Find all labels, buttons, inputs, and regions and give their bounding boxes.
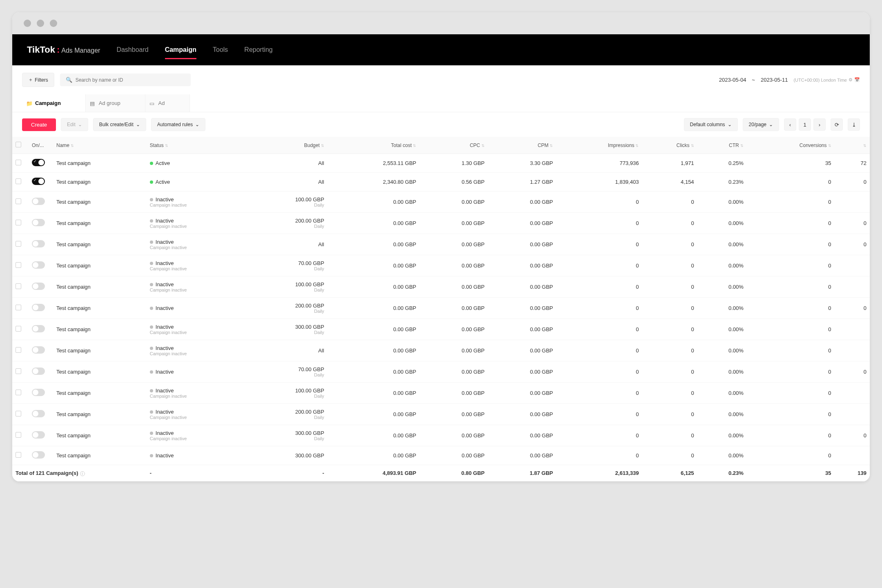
bulk-label: Bulk create/Edit bbox=[99, 122, 134, 127]
row-checkbox[interactable] bbox=[16, 347, 21, 353]
row-name[interactable]: Test campaign bbox=[53, 404, 147, 425]
row-name[interactable]: Test campaign bbox=[53, 319, 147, 340]
edit-button[interactable]: Edit ⌄ bbox=[61, 118, 88, 131]
nav-item-reporting[interactable]: Reporting bbox=[244, 36, 272, 64]
row-checkbox[interactable] bbox=[16, 198, 21, 204]
row-checkbox[interactable] bbox=[16, 241, 21, 247]
row-checkbox[interactable] bbox=[16, 390, 21, 395]
row-toggle[interactable] bbox=[32, 219, 45, 226]
row-toggle[interactable] bbox=[32, 304, 45, 311]
row-name[interactable]: Test campaign bbox=[53, 154, 147, 173]
date-from[interactable]: 2023-05-04 bbox=[719, 77, 746, 83]
row-ctr: 0.23% bbox=[697, 173, 747, 192]
col-conversions[interactable]: Conversions⇅ bbox=[747, 137, 835, 154]
row-name[interactable]: Test campaign bbox=[53, 255, 147, 276]
window-dot[interactable] bbox=[37, 20, 44, 27]
col-budget[interactable]: Budget⇅ bbox=[246, 137, 327, 154]
export-button[interactable]: ⤓ bbox=[848, 118, 860, 131]
col-total-cost[interactable]: Total cost⇅ bbox=[327, 137, 419, 154]
row-name[interactable]: Test campaign bbox=[53, 446, 147, 465]
nav-item-tools[interactable]: Tools bbox=[213, 36, 228, 64]
row-name[interactable]: Test campaign bbox=[53, 340, 147, 361]
row-name[interactable]: Test campaign bbox=[53, 192, 147, 213]
row-name[interactable]: Test campaign bbox=[53, 234, 147, 255]
row-name[interactable]: Test campaign bbox=[53, 213, 147, 234]
refresh-button[interactable]: ⟳ bbox=[831, 118, 843, 131]
tab-campaign[interactable]: 📁Campaign bbox=[22, 94, 86, 112]
row-checkbox[interactable] bbox=[16, 432, 21, 438]
col-status[interactable]: Status⇅ bbox=[147, 137, 246, 154]
row-imp: 0 bbox=[556, 404, 642, 425]
row-name[interactable]: Test campaign bbox=[53, 361, 147, 383]
row-toggle[interactable] bbox=[32, 431, 45, 439]
row-toggle[interactable] bbox=[32, 159, 45, 166]
row-checkbox[interactable] bbox=[16, 368, 21, 374]
row-toggle[interactable] bbox=[32, 178, 45, 185]
window-dot[interactable] bbox=[24, 20, 31, 27]
row-checkbox[interactable] bbox=[16, 326, 21, 332]
nav-item-dashboard[interactable]: Dashboard bbox=[116, 36, 148, 64]
totals-ctr: 0.23% bbox=[697, 465, 747, 481]
tab-ad[interactable]: ▭Ad bbox=[145, 94, 190, 112]
create-button[interactable]: Create bbox=[22, 118, 56, 131]
row-checkbox[interactable] bbox=[16, 283, 21, 289]
bulk-button[interactable]: Bulk create/Edit ⌄ bbox=[93, 118, 146, 131]
nav-item-campaign[interactable]: Campaign bbox=[165, 36, 196, 64]
date-to[interactable]: 2023-05-11 bbox=[761, 77, 788, 83]
row-name[interactable]: Test campaign bbox=[53, 298, 147, 319]
sort-icon: ⇅ bbox=[481, 144, 485, 148]
per-page-select[interactable]: 20/page ⌄ bbox=[743, 118, 779, 131]
row-ctr: 0.00% bbox=[697, 446, 747, 465]
row-toggle[interactable] bbox=[32, 325, 45, 332]
row-ext bbox=[835, 340, 870, 361]
row-name[interactable]: Test campaign bbox=[53, 276, 147, 298]
row-checkbox[interactable] bbox=[16, 262, 21, 268]
row-toggle[interactable] bbox=[32, 261, 45, 269]
row-cpm: 0.00 GBP bbox=[488, 425, 557, 446]
row-checkbox[interactable] bbox=[16, 178, 21, 184]
logo-subtitle: Ads Manager bbox=[61, 47, 100, 54]
row-toggle[interactable] bbox=[32, 389, 45, 396]
col-impressions[interactable]: Impressions⇅ bbox=[556, 137, 642, 154]
col-clicks[interactable]: Clicks⇅ bbox=[642, 137, 697, 154]
row-conv: 0 bbox=[747, 192, 835, 213]
col-ck[interactable] bbox=[12, 137, 29, 154]
col-on-[interactable]: On/... bbox=[29, 137, 53, 154]
col-name[interactable]: Name⇅ bbox=[53, 137, 147, 154]
row-ext bbox=[835, 446, 870, 465]
row-toggle[interactable] bbox=[32, 368, 45, 375]
col-cpm[interactable]: CPM⇅ bbox=[488, 137, 557, 154]
row-checkbox[interactable] bbox=[16, 160, 21, 165]
row-name[interactable]: Test campaign bbox=[53, 425, 147, 446]
row-checkbox[interactable] bbox=[16, 452, 21, 458]
row-toggle[interactable] bbox=[32, 346, 45, 354]
row-checkbox[interactable] bbox=[16, 305, 21, 310]
window-dot[interactable] bbox=[50, 20, 57, 27]
timezone-label[interactable]: (UTC+00:00) London Time ⚙ 📅 bbox=[793, 77, 860, 82]
page-number[interactable]: 1 bbox=[799, 118, 811, 131]
tab-ad-group[interactable]: ▤Ad group bbox=[86, 94, 145, 112]
next-page-button[interactable]: › bbox=[813, 118, 826, 131]
filters-button[interactable]: ＋ Filters bbox=[22, 73, 54, 87]
row-imp: 0 bbox=[556, 383, 642, 404]
row-toggle[interactable] bbox=[32, 198, 45, 205]
campaigns-table: On/...Name⇅Status⇅Budget⇅Total cost⇅CPC⇅… bbox=[12, 137, 870, 481]
row-toggle[interactable] bbox=[32, 410, 45, 417]
row-toggle[interactable] bbox=[32, 240, 45, 247]
columns-select[interactable]: Default columns ⌄ bbox=[684, 118, 738, 131]
row-toggle[interactable] bbox=[32, 283, 45, 290]
row-toggle[interactable] bbox=[32, 451, 45, 459]
search-box[interactable]: 🔍 bbox=[60, 74, 191, 86]
col-ck[interactable]: ⇅ bbox=[835, 137, 870, 154]
automated-rules-button[interactable]: Automated rules ⌄ bbox=[151, 118, 205, 131]
col-cpc[interactable]: CPC⇅ bbox=[419, 137, 488, 154]
col-ctr[interactable]: CTR⇅ bbox=[697, 137, 747, 154]
row-clk: 0 bbox=[642, 340, 697, 361]
row-name[interactable]: Test campaign bbox=[53, 173, 147, 192]
search-input[interactable] bbox=[76, 77, 185, 83]
prev-page-button[interactable]: ‹ bbox=[784, 118, 796, 131]
row-checkbox[interactable] bbox=[16, 411, 21, 416]
checkbox-all[interactable] bbox=[16, 142, 21, 147]
row-checkbox[interactable] bbox=[16, 220, 21, 225]
row-name[interactable]: Test campaign bbox=[53, 383, 147, 404]
